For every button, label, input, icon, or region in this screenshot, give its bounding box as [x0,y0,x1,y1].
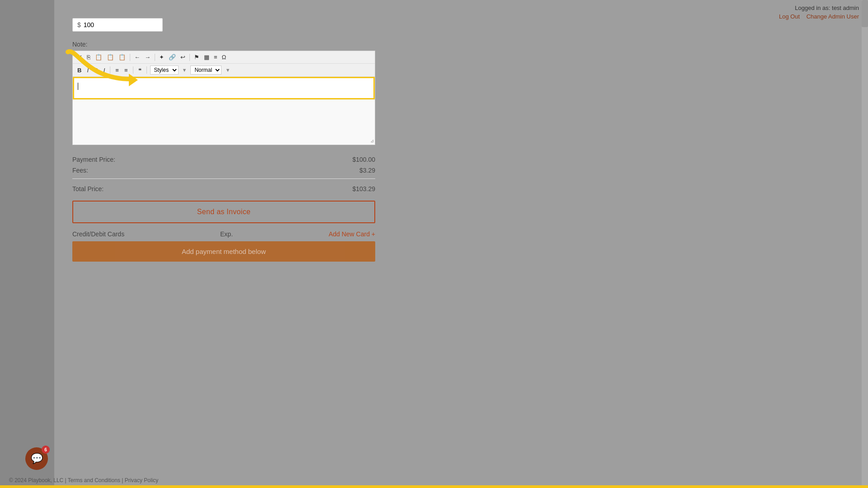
toolbar-sep6 [146,66,147,74]
payment-divider [72,178,375,179]
footer-sep: | [120,477,125,483]
fees-label: Fees: [72,167,88,174]
editor-toolbar-row2: B I S I ≡ ≡ ❝ Styles ▼ Normal ▼ [73,64,375,77]
payment-details: Payment Price: $100.00 Fees: $3.29 Total… [72,154,375,194]
cards-header: Credit/Debit Cards Exp. Add New Card + [72,230,375,238]
amount-field[interactable]: $ [72,18,163,32]
editor-toolbar-row1: ✕ ⎘ 📋 📋 📋 ← → ✦ 🔗 ↩ ⚑ ▦ ≡ Ω [73,51,375,64]
toolbar-paste[interactable]: 📋 [93,53,104,61]
toolbar-copy[interactable]: ⎘ [85,53,92,61]
bottom-separator [0,485,868,488]
toolbar-italic[interactable]: I [85,66,90,75]
footer: © 2024 Playbook, LLC | Terms and Conditi… [9,477,158,483]
note-label: Note: [72,41,850,48]
toolbar-strikethrough[interactable]: S [92,66,100,75]
footer-copyright: © 2024 Playbook, LLC | [9,477,68,483]
toolbar-unlink[interactable]: ↩ [179,53,187,61]
toolbar-ul[interactable]: ≡ [113,66,121,75]
total-label: Total Price: [72,185,104,192]
toolbar-sep3 [189,54,190,61]
toolbar-bold[interactable]: B [75,66,83,75]
amount-input[interactable] [84,21,158,28]
left-sidebar [0,0,54,488]
toolbar-sep4 [110,66,110,74]
toolbar-underline[interactable]: I [102,66,107,75]
footer-privacy[interactable]: Privacy Policy [125,477,159,483]
chat-badge: 6 [42,446,50,454]
toolbar-cut[interactable]: ✕ [75,53,84,61]
toolbar-table[interactable]: ▦ [202,53,211,61]
toolbar-flag[interactable]: ⚑ [192,53,201,61]
dropdown-arrow1: ▼ [180,67,189,73]
dropdown-arrow2: ▼ [223,67,232,73]
toolbar-redo[interactable]: → [143,53,152,61]
toolbar-omega[interactable]: Ω [220,53,228,61]
total-value: $103.29 [352,185,375,192]
add-payment-button[interactable]: Add payment method below [72,241,375,262]
chat-icon: 💬 [31,453,43,465]
toolbar-sep1 [130,54,130,61]
toolbar-blockquote[interactable]: ❝ [137,66,143,75]
payment-price-value: $100.00 [352,156,375,163]
cards-label: Credit/Debit Cards [72,230,124,238]
fees-value: $3.29 [359,167,375,174]
normal-dropdown[interactable]: Normal [190,66,222,75]
fees-row: Fees: $3.29 [72,165,375,176]
payment-price-label: Payment Price: [72,156,115,163]
add-new-card-link[interactable]: Add New Card + [329,230,375,238]
toolbar-paste2[interactable]: 📋 [105,53,116,61]
toolbar-special[interactable]: ✦ [157,53,166,61]
toolbar-sep2 [155,54,155,61]
send-invoice-button[interactable]: Send as Invoice [72,201,375,223]
toolbar-undo[interactable]: ← [132,53,142,61]
footer-terms[interactable]: Terms and Conditions [68,477,120,483]
editor-input-area[interactable] [73,77,375,99]
total-row: Total Price: $103.29 [72,182,375,194]
main-content: $ Note: ✕ ⎘ 📋 📋 📋 ← → ✦ 🔗 ↩ ⚑ ▦ ≡ Ω [54,0,868,488]
exp-label: Exp. [220,230,233,238]
toolbar-list[interactable]: ≡ [212,53,219,61]
toolbar-ol[interactable]: ≡ [123,66,130,75]
text-cursor [78,83,78,90]
toolbar-paste3[interactable]: 📋 [117,53,127,61]
editor-container: ✕ ⎘ 📋 📋 📋 ← → ✦ 🔗 ↩ ⚑ ▦ ≡ Ω B I S I ≡ ≡ [72,51,375,145]
resize-handle-icon[interactable]: ⊿ [368,138,374,144]
toolbar-sep5 [133,66,133,74]
chat-widget-button[interactable]: 💬 6 [25,447,48,470]
toolbar-link[interactable]: 🔗 [167,53,178,61]
dollar-sign-icon: $ [77,21,81,28]
styles-dropdown[interactable]: Styles [150,66,179,75]
amount-row: $ [72,18,850,32]
payment-price-row: Payment Price: $100.00 [72,154,375,165]
editor-lower-area: ⊿ [73,99,375,145]
